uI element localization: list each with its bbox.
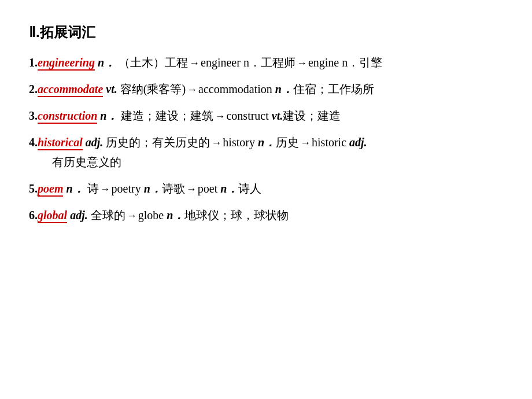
- definition: 建造；建设；建筑→construct vt.建设；建造: [121, 109, 341, 122]
- item-number: 6.: [29, 209, 38, 221]
- pos: vt.: [106, 83, 117, 95]
- section-title: Ⅱ.拓展词汇: [29, 23, 503, 42]
- definition: （土木）工程→engineer n．工程师→engine n．引擎: [119, 56, 382, 69]
- pos: adj.: [86, 136, 104, 149]
- list-item: 3.construction n． 建造；建设；建筑→construct vt.…: [29, 106, 503, 125]
- list-item: 6.global adj. 全球的→globe n．地球仪；球，球状物: [29, 206, 503, 224]
- item-number: 2.: [29, 83, 38, 95]
- item-number: 1.: [29, 56, 38, 69]
- definition: 全球的→globe n．地球仪；球，球状物: [91, 209, 289, 221]
- continuation-4: 有历史意义的: [52, 153, 503, 171]
- list-item: 2.accommodate vt. 容纳(乘客等)→accommodation …: [29, 80, 503, 98]
- keyword-accommodate: accommodate: [38, 83, 103, 97]
- pos: n．: [98, 56, 116, 69]
- list-item: 4.historical adj. 历史的；有关历史的→history n．历史…: [29, 133, 503, 152]
- list-item: 5.poem n． 诗→poetry n．诗歌→poet n．诗人: [29, 179, 503, 198]
- page-container: Ⅱ.拓展词汇 1.engineering n． （土木）工程→engineer …: [0, 0, 532, 399]
- keyword-historical: historical: [38, 136, 83, 150]
- keyword-construction: construction: [38, 109, 97, 124]
- definition: 诗→poetry n．诗歌→poet n．诗人: [87, 182, 262, 195]
- item-number: 4.: [29, 136, 38, 149]
- pos: n．: [66, 182, 84, 195]
- item-number: 5.: [29, 182, 38, 195]
- keyword-engineering: engineering: [38, 56, 95, 71]
- keyword-poem: poem: [38, 182, 63, 197]
- list-item: 1.engineering n． （土木）工程→engineer n．工程师→e…: [29, 53, 503, 72]
- keyword-global: global: [38, 209, 67, 223]
- pos: n．: [100, 109, 118, 122]
- pos: adj.: [70, 209, 88, 221]
- definition: 历史的；有关历史的→history n．历史→historic adj.: [106, 136, 367, 149]
- item-number: 3.: [29, 109, 38, 122]
- definition: 容纳(乘客等)→accommodation n．住宿；工作场所: [120, 83, 374, 95]
- vocab-list: 1.engineering n． （土木）工程→engineer n．工程师→e…: [29, 53, 503, 224]
